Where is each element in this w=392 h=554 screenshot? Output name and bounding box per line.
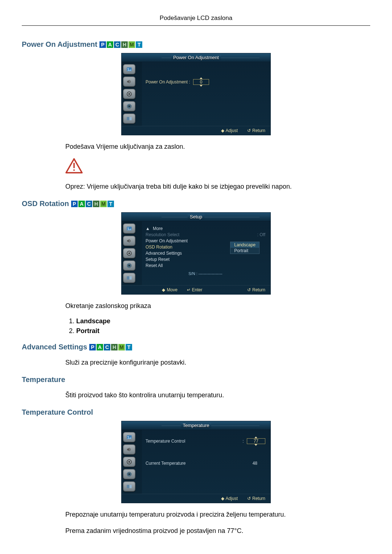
badge-m: M (118, 344, 125, 350)
osd-sn: S/N : ------------------ (146, 269, 265, 276)
setup-icon[interactable] (123, 457, 135, 467)
badge-c: C (86, 201, 92, 207)
svg-point-20 (128, 473, 130, 475)
badge-t: T (126, 344, 132, 350)
sound-icon[interactable] (123, 236, 135, 246)
rotation-options: Landscape Portrait (76, 317, 370, 335)
section-title-advanced: Advanced Settings P A C H M T (22, 343, 370, 351)
gear-icon[interactable] (123, 101, 135, 111)
multi-icon[interactable] (123, 481, 135, 492)
multi-icon[interactable] (123, 114, 135, 124)
badge-h: H (93, 201, 99, 207)
footer-enter: ↵Enter (187, 287, 203, 292)
svg-rect-22 (130, 485, 132, 488)
svg-rect-8 (73, 169, 75, 171)
svg-point-10 (128, 227, 129, 229)
sound-icon[interactable] (123, 77, 135, 87)
osd-sidebar (122, 430, 142, 494)
osd-rotation-desc: Okretanje zaslonskog prikaza (65, 301, 370, 311)
osd-panel-setup: Setup ▲More Resolution Select: Off Power… (121, 212, 271, 295)
opt-landscape: Landscape (76, 317, 110, 325)
svg-point-3 (128, 93, 130, 95)
osd-footer: ◆Adjust ↺Return (122, 494, 270, 503)
svg-point-17 (128, 436, 129, 437)
gear-icon[interactable] (123, 469, 135, 479)
osd-rotation-submenu[interactable]: Landscape Portrait (230, 242, 260, 254)
section-title-power-on: Power On Adjustment P A C H M T (22, 40, 370, 49)
osd-value-box[interactable]: 0 (193, 79, 209, 85)
osd-row-label: Power On Adjustment : (146, 79, 190, 85)
setup-icon[interactable] (123, 89, 135, 99)
opt-portrait: Portrait (76, 327, 99, 335)
temp-control-desc2: Prema zadanim vrijednostima proizvod je … (65, 526, 370, 536)
footer-adjust: ◆Adjust (221, 496, 238, 501)
menu-resolution: Resolution Select (146, 232, 179, 237)
current-temp-label: Current Temperature (146, 461, 186, 466)
submenu-portrait[interactable]: Portrait (230, 248, 259, 254)
badge-m: M (100, 201, 107, 207)
submenu-landscape[interactable]: Landscape (230, 242, 259, 248)
sound-icon[interactable] (123, 444, 135, 455)
svg-rect-14 (127, 276, 129, 280)
footer-adjust: ◆Adjust (221, 128, 238, 133)
badge-p: P (89, 344, 96, 350)
osd-panel-power-on: Power On Adjustment Power On Adjustment … (121, 53, 271, 135)
svg-point-19 (128, 461, 130, 463)
heading-text: Advanced Settings (22, 343, 87, 351)
page-header: Podešavanje LCD zaslona (22, 15, 370, 26)
menu-power-on[interactable]: Power On Adjustment (146, 238, 188, 243)
temp-control-value[interactable]: 77 (247, 438, 265, 444)
svg-rect-6 (130, 117, 132, 120)
footer-return: ↺Return (247, 496, 265, 501)
osd-title: Temperature (122, 421, 270, 430)
footer-return: ↺Return (247, 128, 265, 133)
picture-icon[interactable] (123, 64, 135, 74)
gear-icon[interactable] (123, 260, 135, 271)
picture-icon[interactable] (123, 223, 135, 234)
svg-rect-5 (127, 117, 129, 120)
mode-badges: P A C H M T (99, 41, 142, 48)
badge-h: H (111, 344, 118, 350)
mode-badges: P A C H M T (71, 201, 114, 207)
menu-setup-reset[interactable]: Setup Reset (146, 257, 170, 262)
badge-a: A (78, 201, 85, 207)
osd-title: Setup (122, 213, 270, 221)
picture-icon[interactable] (123, 432, 135, 442)
multi-icon[interactable] (123, 273, 135, 283)
badge-p: P (99, 41, 106, 48)
badge-t: T (107, 201, 114, 207)
warning-icon (65, 158, 370, 175)
mode-badges: P A C H M T (89, 344, 132, 350)
section-title-temp-control: Temperature Control (22, 408, 370, 416)
current-temp-value: 48 (253, 461, 265, 466)
badge-a: A (97, 344, 103, 350)
svg-rect-7 (73, 163, 75, 168)
svg-point-1 (128, 68, 129, 69)
footer-return: ↺Return (247, 287, 265, 292)
osd-title: Power On Adjustment (122, 53, 270, 62)
menu-more[interactable]: More (153, 226, 163, 231)
footer-move: ◆Move (162, 287, 177, 292)
section-title-osd-rotation: OSD Rotation P A C H M T (22, 200, 370, 208)
heading-text: Temperature (22, 376, 65, 384)
badge-c: C (104, 344, 110, 350)
osd-footer: ◆Adjust ↺Return (122, 126, 270, 135)
temp-control-desc1: Prepoznaje unutarnju temperaturu proizvo… (65, 510, 370, 520)
power-on-desc: Podešava Vrijeme uključivanja za zaslon. (65, 142, 370, 152)
menu-reset-all[interactable]: Reset All (146, 263, 163, 268)
menu-resolution-value: : Off (257, 232, 265, 237)
osd-panel-temperature: Temperature Temperature Control : 77 Cur… (121, 421, 271, 503)
badge-a: A (107, 41, 113, 48)
heading-text: Temperature Control (22, 408, 93, 416)
badge-h: H (121, 41, 128, 48)
menu-advanced[interactable]: Advanced Settings (146, 251, 182, 256)
menu-osd-rotation[interactable]: OSD Rotation (146, 245, 172, 250)
power-on-caution: Oprez: Vrijeme uključivanja treba biti d… (65, 182, 370, 192)
osd-sidebar (122, 221, 142, 285)
svg-point-13 (128, 265, 130, 267)
badge-p: P (71, 201, 78, 207)
section-title-temperature: Temperature (22, 376, 370, 384)
setup-icon[interactable] (123, 248, 135, 258)
badge-m: M (128, 41, 135, 48)
badge-c: C (114, 41, 121, 48)
